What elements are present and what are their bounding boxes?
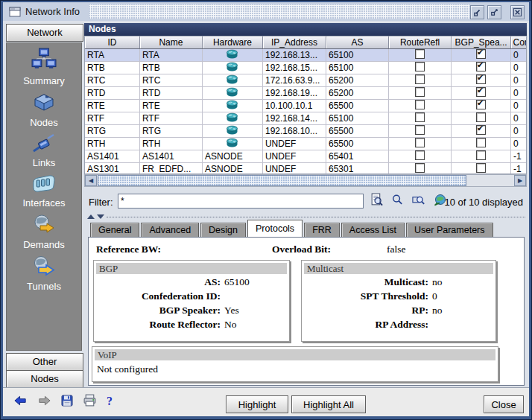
table-row[interactable]: AS1401AS1401ASNODEUNDEF65401-1: [85, 150, 527, 163]
detail-field: BGP Speaker:Yes: [95, 303, 288, 317]
column-header-confederati[interactable]: Confederati: [511, 36, 527, 49]
zoom-fit-icon[interactable]: [411, 194, 425, 209]
zoom-icon[interactable]: [391, 194, 404, 209]
title-bar[interactable]: Network Info: [3, 2, 529, 22]
cell-bgp-speaker: [452, 112, 511, 125]
tab-protocols[interactable]: Protocols: [247, 220, 303, 237]
cell-as: 65500: [326, 125, 389, 138]
scrollbar-thumb[interactable]: [98, 175, 466, 186]
cell-as: 65100: [326, 62, 389, 74]
route-reflector-checkbox[interactable]: [415, 150, 425, 160]
close-icon[interactable]: [510, 5, 525, 19]
cell-name: FR_EDFD...: [139, 163, 202, 175]
table-row[interactable]: AS1301FR_EDFD...ASNODEUNDEF65301-1: [85, 163, 527, 175]
field-label: Confederation ID:: [95, 289, 221, 303]
sidebar-nodes-button[interactable]: Nodes: [6, 370, 83, 388]
column-header-id[interactable]: ID: [85, 36, 139, 49]
column-header-name[interactable]: Name: [139, 36, 202, 49]
forward-icon[interactable]: [37, 395, 51, 408]
tab-user-parameters[interactable]: User Parameters: [406, 223, 493, 237]
tab-general[interactable]: General: [90, 223, 139, 237]
bgp-speaker-checkbox[interactable]: [476, 138, 486, 147]
interfaces-icon: [7, 173, 81, 196]
cell-confederation: 0: [511, 49, 527, 62]
column-header-ip-address[interactable]: IP_Address: [262, 36, 326, 49]
bgp-speaker-checkbox[interactable]: [476, 163, 486, 173]
back-icon[interactable]: [13, 395, 28, 408]
table-row[interactable]: RTARTA192.168.13...651000: [85, 49, 527, 62]
sidebar-item-nodes[interactable]: Nodes: [7, 91, 81, 128]
router-icon: [227, 89, 238, 99]
other-button[interactable]: Other: [6, 353, 83, 371]
splitter[interactable]: [84, 214, 527, 220]
column-header-as[interactable]: AS: [326, 36, 389, 49]
cell-hardware: [202, 74, 262, 87]
maximize-button[interactable]: [487, 5, 501, 19]
titlebar-texture: [89, 4, 469, 19]
sidebar-item-interfaces[interactable]: Interfaces: [7, 173, 81, 209]
tab-access-list[interactable]: Access List: [341, 223, 405, 237]
bgp-speaker-checkbox[interactable]: [476, 112, 486, 122]
table-row[interactable]: RTCRTC172.16.63.9...652000: [85, 74, 527, 87]
sidebar-item-demands[interactable]: Demands: [7, 213, 81, 250]
table-row[interactable]: RTGRTG192.168.10...655000: [85, 125, 527, 138]
cell-ip-address: 192.168.15...: [262, 62, 326, 74]
help-icon[interactable]: ?: [107, 395, 113, 408]
horizontal-scrollbar[interactable]: ◀ ▶: [84, 174, 527, 187]
table-row[interactable]: RTHRTHUNDEF655000: [85, 138, 527, 150]
route-reflector-checkbox[interactable]: [415, 100, 425, 109]
cell-route-reflector: [389, 138, 452, 150]
splitter-up-icon[interactable]: [87, 214, 95, 219]
column-header-hardware[interactable]: Hardware: [202, 36, 262, 49]
table-row[interactable]: RTBRTB192.168.15...651000: [85, 62, 527, 74]
scroll-left-arrow[interactable]: ◀: [85, 175, 97, 186]
cell-bgp-speaker: [452, 62, 511, 74]
column-header-routerefl[interactable]: RouteRefl: [389, 36, 452, 49]
table-row[interactable]: RTFRTF192.168.14...651000: [85, 112, 527, 125]
footer-bar: ? Highlight Highlight All Close: [3, 387, 529, 416]
window-body: Network SummaryNodesLinksInterfacesDeman…: [3, 21, 529, 416]
bgp-speaker-checkbox[interactable]: [476, 125, 486, 135]
table-row[interactable]: RTDRTD192.168.19...652000: [85, 87, 527, 100]
scroll-right-arrow[interactable]: ▶: [514, 175, 526, 186]
tunnels-icon: [7, 255, 81, 279]
route-reflector-checkbox[interactable]: [415, 125, 425, 135]
table-row[interactable]: RTERTE10.100.10.1655000: [85, 100, 527, 112]
bgp-speaker-checkbox[interactable]: [476, 74, 486, 84]
cell-hardware: [202, 138, 262, 150]
network-button[interactable]: Network: [6, 24, 83, 42]
tab-design[interactable]: Design: [200, 223, 246, 237]
bgp-speaker-checkbox[interactable]: [476, 87, 486, 97]
tab-frr[interactable]: FRR: [304, 223, 340, 237]
minimize-button[interactable]: [470, 5, 484, 19]
route-reflector-checkbox[interactable]: [415, 74, 425, 84]
bgp-speaker-checkbox[interactable]: [476, 150, 486, 160]
cell-id: RTH: [85, 138, 139, 150]
sidebar-item-summary[interactable]: Summary: [7, 48, 81, 86]
route-reflector-checkbox[interactable]: [415, 87, 425, 97]
bgp-speaker-checkbox[interactable]: [476, 100, 486, 109]
route-reflector-checkbox[interactable]: [415, 112, 425, 122]
splitter-down-icon[interactable]: [97, 214, 104, 219]
find-in-table-icon[interactable]: [370, 193, 384, 209]
column-header-bgp-spea-[interactable]: BGP_Spea...: [452, 36, 511, 49]
tab-advanced[interactable]: Advanced: [141, 223, 199, 237]
cell-hardware: [202, 62, 262, 74]
save-icon[interactable]: [61, 395, 73, 409]
route-reflector-checkbox[interactable]: [415, 138, 425, 147]
highlight-all-button[interactable]: Highlight All: [291, 395, 366, 413]
bgp-speaker-checkbox[interactable]: [476, 62, 486, 71]
bgp-speaker-checkbox[interactable]: [476, 49, 486, 59]
highlight-button[interactable]: Highlight: [226, 395, 288, 413]
sidebar-item-label: Tunnels: [7, 281, 81, 292]
cell-confederation: 0: [511, 125, 527, 138]
print-icon[interactable]: [83, 394, 97, 409]
route-reflector-checkbox[interactable]: [415, 49, 425, 59]
sidebar-item-links[interactable]: Links: [7, 133, 81, 168]
sidebar-item-tunnels[interactable]: Tunnels: [7, 255, 81, 292]
filter-input[interactable]: [118, 194, 364, 209]
detail-field: Route Reflector:No: [95, 317, 288, 331]
close-button[interactable]: Close: [484, 395, 524, 413]
route-reflector-checkbox[interactable]: [415, 62, 425, 71]
route-reflector-checkbox[interactable]: [415, 163, 425, 173]
